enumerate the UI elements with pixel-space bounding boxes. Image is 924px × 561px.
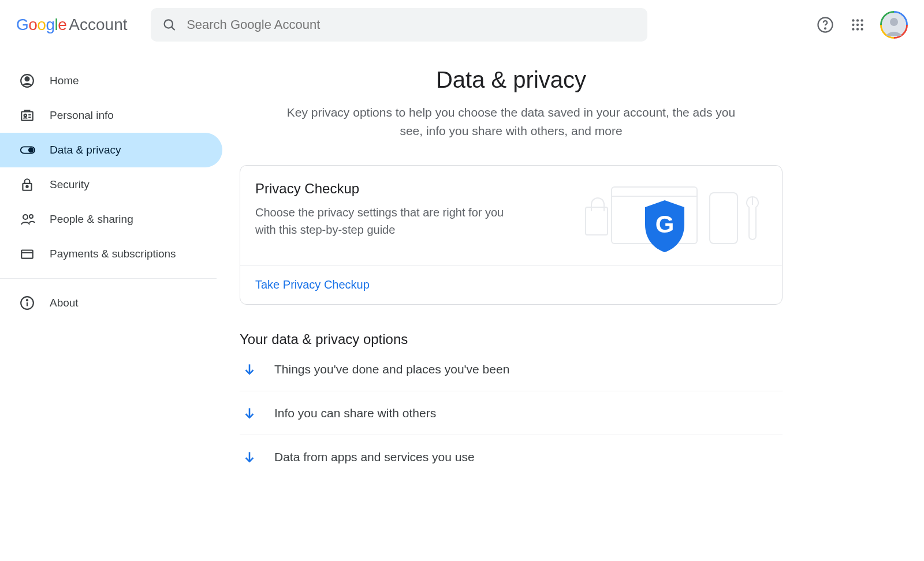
privacy-checkup-card: Privacy Checkup Choose the privacy setti… bbox=[240, 165, 783, 305]
svg-point-5 bbox=[856, 19, 859, 21]
sidebar-item-personal-info[interactable]: Personal info bbox=[0, 98, 222, 133]
card-description: Choose the privacy settings that are rig… bbox=[255, 204, 509, 238]
avatar-image bbox=[882, 13, 906, 37]
svg-rect-17 bbox=[21, 112, 33, 121]
svg-point-11 bbox=[856, 28, 859, 30]
svg-point-22 bbox=[29, 148, 33, 152]
svg-line-1 bbox=[172, 27, 174, 30]
apps-grid-icon bbox=[850, 17, 865, 32]
people-icon bbox=[20, 211, 36, 227]
id-card-icon bbox=[20, 107, 36, 124]
option-label: Things you've done and places you've bee… bbox=[274, 362, 509, 376]
apps-button[interactable] bbox=[848, 15, 867, 35]
shield-icon: G bbox=[642, 199, 688, 253]
sidebar-item-label: People & sharing bbox=[50, 213, 133, 226]
lock-illustration bbox=[585, 207, 608, 235]
lock-icon bbox=[20, 177, 36, 193]
arrow-down-icon bbox=[242, 450, 257, 465]
search-bar[interactable] bbox=[151, 8, 647, 42]
sidebar-item-label: Home bbox=[50, 74, 79, 87]
svg-point-10 bbox=[852, 28, 854, 30]
sidebar-item-security[interactable]: Security bbox=[0, 167, 222, 202]
sidebar-item-payments[interactable]: Payments & subscriptions bbox=[0, 237, 222, 271]
options-section-title: Your data & privacy options bbox=[240, 331, 783, 347]
card-icon bbox=[20, 246, 36, 262]
svg-point-8 bbox=[856, 24, 859, 26]
svg-text:G: G bbox=[655, 211, 675, 238]
svg-point-4 bbox=[852, 19, 854, 21]
account-text: Account bbox=[69, 16, 127, 34]
search-icon bbox=[162, 17, 177, 32]
search-input[interactable] bbox=[187, 17, 635, 32]
sidebar-item-home[interactable]: Home bbox=[0, 63, 222, 98]
option-apps-data[interactable]: Data from apps and services you use bbox=[240, 435, 783, 479]
privacy-graphic: G bbox=[576, 181, 767, 250]
sidebar-item-label: Data & privacy bbox=[50, 144, 121, 156]
option-label: Data from apps and services you use bbox=[274, 450, 475, 464]
sidebar-item-label: Payments & subscriptions bbox=[50, 248, 176, 260]
svg-point-25 bbox=[23, 215, 28, 219]
svg-point-0 bbox=[164, 20, 172, 28]
help-icon bbox=[817, 16, 834, 33]
main-content: Data & privacy Key privacy options to he… bbox=[217, 50, 806, 491]
svg-point-7 bbox=[852, 24, 854, 26]
svg-point-26 bbox=[29, 215, 33, 218]
arrow-down-icon bbox=[242, 362, 257, 377]
svg-point-6 bbox=[860, 19, 863, 21]
sidebar-item-label: Personal info bbox=[50, 109, 114, 122]
sidebar-item-people-sharing[interactable]: People & sharing bbox=[0, 202, 222, 237]
sidebar-divider bbox=[0, 278, 217, 279]
info-icon bbox=[20, 295, 36, 311]
sidebar-item-about[interactable]: About bbox=[0, 286, 222, 320]
phone-illustration bbox=[709, 192, 738, 244]
google-account-logo[interactable]: Google Account bbox=[16, 16, 128, 34]
sidebar-item-label: Security bbox=[50, 178, 90, 191]
header: Google Account bbox=[0, 0, 924, 50]
google-logo-text: Google bbox=[16, 16, 66, 34]
card-title: Privacy Checkup bbox=[255, 181, 576, 197]
arrow-down-icon bbox=[242, 406, 257, 421]
toggle-icon bbox=[20, 142, 36, 158]
option-things-done[interactable]: Things you've done and places you've bee… bbox=[240, 347, 783, 391]
account-avatar[interactable] bbox=[880, 11, 908, 39]
svg-point-9 bbox=[860, 24, 863, 26]
take-privacy-checkup-link[interactable]: Take Privacy Checkup bbox=[255, 278, 370, 291]
page-subtitle: Key privacy options to help you choose t… bbox=[274, 103, 748, 140]
svg-rect-27 bbox=[21, 250, 33, 259]
sidebar-item-label: About bbox=[50, 297, 79, 309]
svg-point-16 bbox=[25, 77, 29, 81]
svg-point-14 bbox=[890, 18, 898, 26]
svg-point-3 bbox=[825, 28, 826, 29]
svg-point-31 bbox=[27, 300, 28, 301]
wrench-illustration bbox=[741, 191, 764, 243]
sidebar: Home Personal info Data & privacy Securi… bbox=[0, 50, 217, 491]
page-title: Data & privacy bbox=[240, 67, 783, 93]
option-info-share[interactable]: Info you can share with others bbox=[240, 391, 783, 435]
sidebar-item-data-privacy[interactable]: Data & privacy bbox=[0, 133, 222, 167]
home-icon bbox=[20, 73, 36, 89]
help-button[interactable] bbox=[815, 15, 835, 35]
svg-point-12 bbox=[860, 28, 863, 30]
header-actions bbox=[815, 11, 908, 39]
option-label: Info you can share with others bbox=[274, 406, 436, 420]
svg-point-24 bbox=[26, 186, 28, 188]
svg-point-18 bbox=[24, 114, 27, 117]
